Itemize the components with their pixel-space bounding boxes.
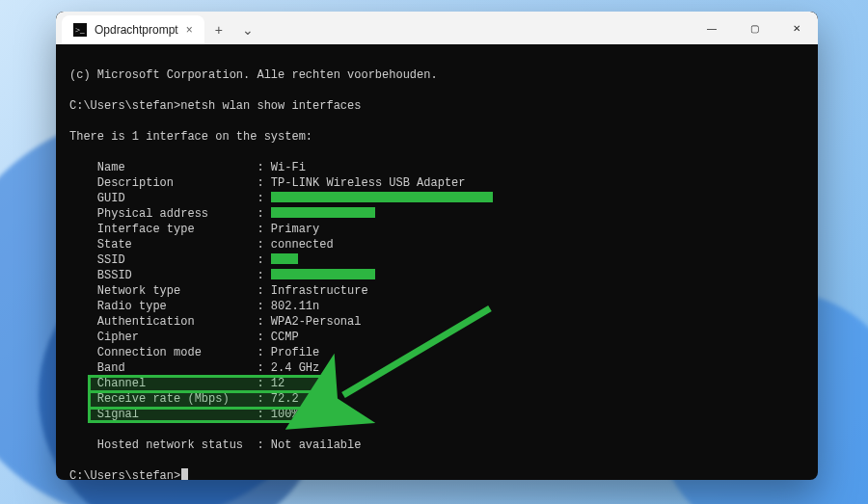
tab-close-icon[interactable]: × bbox=[186, 23, 193, 37]
redacted-bssid bbox=[271, 269, 375, 279]
field-ssid: SSID : bbox=[69, 253, 298, 267]
redacted-mac bbox=[271, 207, 375, 218]
field-auth: Authentication : WPA2-Personal bbox=[69, 315, 361, 329]
tab-dropdown-button[interactable]: ⌄ bbox=[233, 15, 262, 44]
prompt-line-2: C:\Users\stefan> bbox=[69, 469, 188, 480]
field-hosted: Hosted network status : Not available bbox=[69, 438, 361, 452]
minimize-button[interactable]: — bbox=[691, 12, 733, 44]
field-description: Description : TP-LINK Wireless USB Adapt… bbox=[69, 176, 466, 190]
maximize-button[interactable]: ▢ bbox=[733, 12, 775, 44]
field-connmode: Connection mode : Profile bbox=[69, 346, 319, 359]
command-prompt-window: >_ Opdrachtprompt × + ⌄ — ▢ ✕ (c) Micros… bbox=[56, 12, 818, 480]
field-name: Name : Wi-Fi bbox=[69, 161, 306, 174]
field-bssid: BSSID : bbox=[69, 269, 375, 282]
field-band: Band : 2.4 GHz bbox=[69, 361, 319, 375]
prompt-line-1: C:\Users\stefan>netsh wlan show interfac… bbox=[69, 99, 361, 113]
cmd-icon: >_ bbox=[73, 23, 87, 37]
field-rxrate: Receive rate (Mbps) : 72.2 bbox=[69, 392, 299, 406]
field-iftype: Interface type : Primary bbox=[69, 223, 319, 236]
terminal-output[interactable]: (c) Microsoft Corporation. Alle rechten … bbox=[56, 44, 818, 480]
field-nettype: Network type : Infrastructure bbox=[69, 284, 368, 298]
tab-opdrachtprompt[interactable]: >_ Opdrachtprompt × bbox=[62, 15, 204, 44]
field-cipher: Cipher : CCMP bbox=[69, 331, 299, 344]
field-state: State : connected bbox=[69, 238, 334, 252]
redacted-guid bbox=[271, 192, 493, 202]
copyright-line: (c) Microsoft Corporation. Alle rechten … bbox=[69, 68, 438, 82]
field-physaddr: Physical address : bbox=[69, 207, 375, 221]
field-guid: GUID : bbox=[69, 192, 493, 205]
titlebar: >_ Opdrachtprompt × + ⌄ — ▢ ✕ bbox=[56, 12, 818, 44]
interface-header: There is 1 interface on the system: bbox=[69, 130, 312, 144]
svg-text:>_: >_ bbox=[75, 25, 85, 35]
tab-title: Opdrachtprompt bbox=[95, 23, 178, 37]
redacted-ssid bbox=[271, 253, 298, 264]
field-channel: Channel : 12 bbox=[69, 377, 285, 390]
cursor-icon bbox=[181, 468, 188, 480]
window-controls: — ▢ ✕ bbox=[691, 12, 818, 44]
close-button[interactable]: ✕ bbox=[775, 12, 818, 44]
command-text: netsh wlan show interfaces bbox=[180, 99, 361, 113]
field-radio: Radio type : 802.11n bbox=[69, 300, 319, 313]
new-tab-button[interactable]: + bbox=[204, 15, 233, 44]
field-signal: Signal : 100% bbox=[69, 408, 299, 421]
